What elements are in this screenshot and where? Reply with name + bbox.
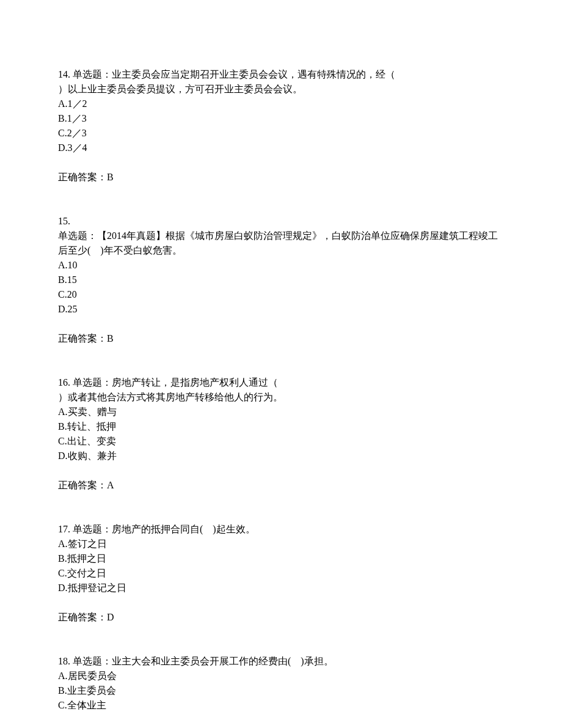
- correct-answer: 正确答案：D: [58, 610, 504, 625]
- option-a: A.买卖、赠与: [58, 405, 504, 419]
- question-18: 18. 单选题：业主大会和业主委员会开展工作的经费由( )承担。 A.居民委员会…: [58, 654, 504, 713]
- question-14: 14. 单选题：业主委员会应当定期召开业主委员会会议，遇有特殊情况的，经（ ）以…: [58, 67, 504, 185]
- correct-answer: 正确答案：B: [58, 331, 504, 346]
- option-c: C.2／3: [58, 126, 504, 141]
- question-stem: 单选题：业主大会和业主委员会开展工作的经费由( )承担。: [70, 656, 334, 666]
- correct-answer: 正确答案：B: [58, 170, 504, 185]
- option-b: B.业主委员会: [58, 683, 504, 698]
- question-17: 17. 单选题：房地产的抵押合同自( )起生效。 A.签订之日 B.抵押之日 C…: [58, 522, 504, 625]
- question-stem: 单选题：【2014年真题】根据《城市房屋白蚁防治管理规定》，白蚁防治单位应确保房…: [58, 229, 504, 258]
- option-c: C.交付之日: [58, 566, 504, 581]
- option-d: D.3／4: [58, 141, 504, 155]
- question-16: 16. 单选题：房地产转让，是指房地产权利人通过（ ）或者其他合法方式将其房地产…: [58, 375, 504, 493]
- option-a: A.签订之日: [58, 537, 504, 551]
- option-a: A.1／2: [58, 97, 504, 111]
- question-number: 16.: [58, 377, 70, 388]
- option-b: B.抵押之日: [58, 551, 504, 566]
- option-d: D.收购、兼并: [58, 449, 504, 463]
- option-b: B.转让、抵押: [58, 419, 504, 434]
- option-a: A.居民委员会: [58, 669, 504, 683]
- question-number: 18.: [58, 656, 70, 666]
- question-number: 14.: [58, 69, 70, 79]
- option-a: A.10: [58, 258, 504, 273]
- question-number: 17.: [58, 524, 70, 534]
- question-15: 15. 单选题：【2014年真题】根据《城市房屋白蚁防治管理规定》，白蚁防治单位…: [58, 214, 504, 346]
- question-stem-line1: 单选题：业主委员会应当定期召开业主委员会会议，遇有特殊情况的，经（: [70, 69, 395, 79]
- option-c: C.全体业主: [58, 698, 504, 713]
- question-text: 17. 单选题：房地产的抵押合同自( )起生效。: [58, 522, 504, 537]
- question-number: 15.: [58, 214, 504, 229]
- question-text: 16. 单选题：房地产转让，是指房地产权利人通过（: [58, 375, 504, 390]
- question-stem: 单选题：房地产的抵押合同自( )起生效。: [70, 524, 255, 534]
- option-b: B.15: [58, 273, 504, 287]
- option-d: D.抵押登记之日: [58, 581, 504, 595]
- question-text: 18. 单选题：业主大会和业主委员会开展工作的经费由( )承担。: [58, 654, 504, 669]
- option-d: D.25: [58, 302, 504, 317]
- question-stem-line2: ）以上业主委员会委员提议，方可召开业主委员会会议。: [58, 82, 504, 97]
- correct-answer: 正确答案：A: [58, 478, 504, 493]
- question-stem-line2: ）或者其他合法方式将其房地产转移给他人的行为。: [58, 390, 504, 405]
- question-text: 14. 单选题：业主委员会应当定期召开业主委员会会议，遇有特殊情况的，经（: [58, 67, 504, 82]
- question-stem-line1: 单选题：房地产转让，是指房地产权利人通过（: [70, 377, 278, 388]
- option-c: C.出让、变卖: [58, 434, 504, 449]
- option-c: C.20: [58, 287, 504, 302]
- option-b: B.1／3: [58, 111, 504, 126]
